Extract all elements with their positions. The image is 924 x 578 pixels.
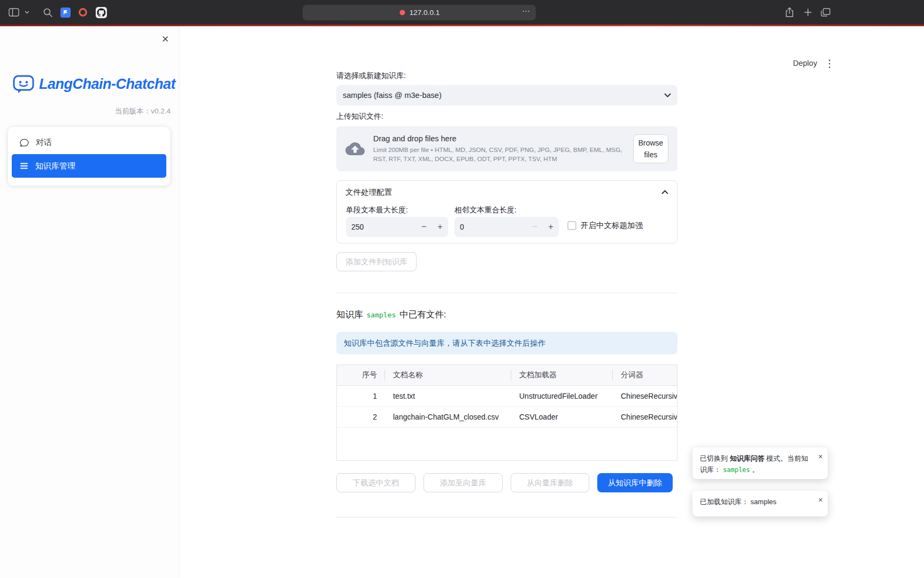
overlap-value: 0	[455, 223, 527, 231]
chevron-down-icon[interactable]	[23, 0, 30, 25]
table-row[interactable]: 1 test.txt UnstructuredFileLoader Chines…	[337, 386, 677, 407]
sidebar-menu: 对话 知识库管理	[8, 127, 170, 186]
cell-index: 2	[337, 407, 385, 427]
dropzone-limit: Limit 200MB per file • HTML, MD, JSON, C…	[373, 146, 633, 163]
delete-from-vector-store-button[interactable]: 从向量库删除	[511, 473, 589, 492]
kb-name-code: samples	[367, 311, 396, 319]
delete-from-kb-button[interactable]: 从知识库中删除	[597, 473, 673, 492]
app-logo: LangChain-Chatchat	[13, 73, 175, 95]
cell-name: test.txt	[385, 386, 511, 406]
browse-files-button[interactable]: Browse files	[633, 134, 668, 164]
table-actions: 下载选中文档 添加至向量库 从向量库删除 从知识库中删除	[336, 473, 677, 492]
chunk-size-input[interactable]: 250 − +	[346, 217, 448, 237]
share-icon[interactable]	[783, 0, 796, 25]
cell-splitter: ChineseRecursiveT	[613, 407, 677, 427]
deploy-button[interactable]: Deploy	[793, 59, 817, 67]
toast-close-icon[interactable]: ✕	[818, 452, 823, 462]
divider	[336, 293, 677, 293]
file-config-expander: 文件处理配置 单段文本最大长度: 相邻文本重合长度: 250 − + 0 − +…	[336, 180, 677, 244]
overlap-label: 相邻文本重合长度:	[455, 206, 517, 215]
sidebar-toggle-icon[interactable]	[7, 0, 20, 25]
checkbox-label: 开启中文标题加强	[581, 220, 643, 231]
sidebar-close-icon[interactable]: ✕	[159, 33, 172, 45]
kb-select-value: samples (faiss @ m3e-base)	[343, 91, 442, 100]
chevron-up-icon	[661, 190, 668, 194]
sidebar-item-label: 对话	[36, 138, 52, 148]
new-tab-icon[interactable]	[802, 0, 814, 25]
decrement-button: −	[527, 217, 543, 237]
github-icon[interactable]	[95, 0, 107, 25]
logo-text: LangChain-Chatchat	[39, 76, 175, 93]
toast-text-bold: 知识库问答	[730, 454, 765, 462]
cloud-upload-icon	[345, 139, 365, 158]
add-files-button[interactable]: 添加文件到知识库	[336, 252, 417, 271]
increment-button[interactable]: +	[543, 217, 559, 237]
col-header-name: 文档名称	[385, 365, 511, 385]
download-selected-button[interactable]: 下载选中文档	[336, 473, 415, 492]
expander-header[interactable]: 文件处理配置	[337, 181, 677, 203]
increment-button[interactable]: +	[432, 217, 448, 237]
decrement-button[interactable]: −	[416, 217, 432, 237]
zh-title-enhance-checkbox[interactable]: 开启中文标题加强	[567, 220, 643, 231]
file-dropzone[interactable]: Drag and drop files here Limit 200MB per…	[336, 126, 677, 171]
add-to-vector-store-button[interactable]: 添加至向量库	[424, 473, 503, 492]
logo-chat-icon	[13, 73, 34, 95]
files-table: 序号 文档名称 文档加载器 分词器 1 test.txt Unstructure…	[336, 364, 677, 461]
extension-blue-icon[interactable]	[59, 0, 71, 25]
toast-close-icon[interactable]: ✕	[818, 496, 823, 505]
checkbox-box	[567, 221, 576, 230]
chunk-size-label: 单段文本最大长度:	[346, 206, 408, 215]
chunk-size-value: 250	[346, 223, 416, 231]
kb-select-label: 请选择或新建知识库:	[336, 71, 406, 81]
col-header-index: 序号	[337, 365, 385, 385]
col-header-loader: 文档加载器	[511, 365, 613, 385]
toast-text: 。	[752, 466, 759, 474]
info-banner: 知识库中包含源文件与向量库，请从下表中选择文件后操作	[336, 332, 677, 354]
heading-suffix: 中已有文件:	[399, 309, 446, 321]
dropzone-texts: Drag and drop files here Limit 200MB per…	[373, 134, 633, 163]
sidebar-item-knowledge-base[interactable]: 知识库管理	[12, 154, 166, 178]
search-icon[interactable]	[42, 0, 53, 25]
toast-text: 已加载知识库： samples	[700, 498, 776, 506]
heading-prefix: 知识库	[336, 309, 363, 321]
chevron-down-icon	[664, 93, 671, 97]
toast-text: 已切换到	[700, 454, 730, 462]
sidebar: ✕ LangChain-Chatchat 当前版本：v0.2.4 对话 知识库管…	[0, 26, 178, 578]
tab-overview-icon[interactable]	[819, 0, 833, 25]
main-content: 请选择或新建知识库: samples (faiss @ m3e-base) 上传…	[336, 0, 677, 578]
toast-kb-code: samples	[723, 466, 750, 474]
toast-kb-loaded: 已加载知识库： samples ✕	[692, 491, 828, 516]
expander-title: 文件处理配置	[345, 187, 392, 197]
app-menu-icon[interactable]: ⋮	[825, 57, 835, 70]
dropzone-title: Drag and drop files here	[373, 134, 633, 143]
divider	[336, 517, 677, 518]
cell-index: 1	[337, 386, 385, 406]
version-label: 当前版本：v0.2.4	[13, 107, 171, 116]
kb-select[interactable]: samples (faiss @ m3e-base)	[336, 85, 677, 105]
table-header: 序号 文档名称 文档加载器 分词器	[337, 365, 677, 386]
list-icon	[20, 162, 28, 170]
overlap-input[interactable]: 0 − +	[455, 217, 559, 237]
upload-label: 上传知识文件:	[336, 112, 383, 121]
kb-files-heading: 知识库 samples 中已有文件:	[336, 309, 446, 321]
extension-orange-icon[interactable]	[77, 0, 89, 25]
chat-bubble-icon	[20, 138, 29, 147]
sidebar-item-label: 知识库管理	[35, 161, 75, 171]
sidebar-item-chat[interactable]: 对话	[12, 131, 166, 154]
cell-name: langchain-ChatGLM_closed.csv	[385, 407, 511, 427]
cell-loader: CSVLoader	[511, 407, 613, 427]
cell-loader: UnstructuredFileLoader	[511, 386, 613, 406]
table-row[interactable]: 2 langchain-ChatGLM_closed.csv CSVLoader…	[337, 407, 677, 428]
col-header-splitter: 分词器	[613, 365, 677, 385]
toast-mode-switched: 已切换到 知识库问答 模式。当前知识库：samples。 ✕	[692, 447, 828, 479]
cell-splitter: ChineseRecursiveT	[613, 386, 677, 406]
